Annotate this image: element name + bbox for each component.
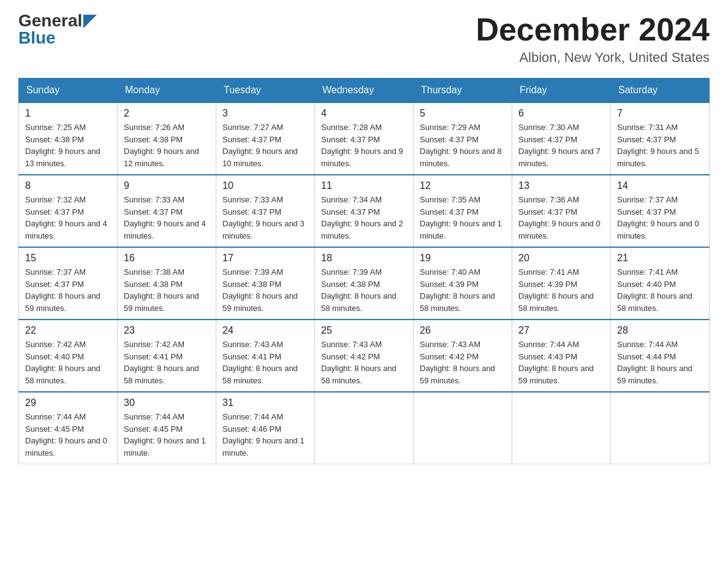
calendar-day-cell bbox=[414, 392, 512, 464]
day-number: 4 bbox=[321, 108, 407, 119]
day-number: 12 bbox=[420, 180, 506, 191]
calendar-week-row: 1 Sunrise: 7:25 AMSunset: 4:38 PMDayligh… bbox=[19, 102, 710, 175]
calendar-day-cell: 26 Sunrise: 7:43 AMSunset: 4:42 PMDaylig… bbox=[414, 320, 512, 392]
calendar-day-cell: 20 Sunrise: 7:41 AMSunset: 4:39 PMDaylig… bbox=[512, 247, 611, 320]
logo: General Blue bbox=[18, 12, 97, 47]
day-info: Sunrise: 7:41 AMSunset: 4:39 PMDaylight:… bbox=[518, 266, 604, 314]
page-header: General Blue December 2024 Albion, New Y… bbox=[18, 12, 710, 66]
day-number: 31 bbox=[222, 397, 308, 408]
day-info: Sunrise: 7:44 AMSunset: 4:45 PMDaylight:… bbox=[25, 411, 111, 459]
day-number: 14 bbox=[617, 180, 703, 191]
calendar-day-cell: 17 Sunrise: 7:39 AMSunset: 4:38 PMDaylig… bbox=[216, 247, 315, 320]
day-number: 23 bbox=[124, 325, 210, 336]
month-title: December 2024 bbox=[476, 12, 710, 47]
day-info: Sunrise: 7:43 AMSunset: 4:42 PMDaylight:… bbox=[321, 339, 407, 386]
calendar-day-cell: 7 Sunrise: 7:31 AMSunset: 4:37 PMDayligh… bbox=[611, 102, 710, 175]
day-info: Sunrise: 7:34 AMSunset: 4:37 PMDaylight:… bbox=[321, 194, 407, 242]
logo-arrow-icon bbox=[83, 15, 97, 28]
calendar-day-cell: 24 Sunrise: 7:43 AMSunset: 4:41 PMDaylig… bbox=[216, 320, 315, 392]
calendar-week-row: 8 Sunrise: 7:32 AMSunset: 4:37 PMDayligh… bbox=[19, 175, 710, 247]
day-info: Sunrise: 7:30 AMSunset: 4:37 PMDaylight:… bbox=[518, 121, 604, 169]
calendar-day-cell: 22 Sunrise: 7:42 AMSunset: 4:40 PMDaylig… bbox=[19, 320, 118, 392]
calendar-day-cell bbox=[611, 392, 710, 464]
day-info: Sunrise: 7:43 AMSunset: 4:42 PMDaylight:… bbox=[420, 339, 506, 386]
calendar-day-cell bbox=[315, 392, 414, 464]
day-of-week-header: Monday bbox=[118, 79, 216, 103]
calendar-day-cell: 16 Sunrise: 7:38 AMSunset: 4:38 PMDaylig… bbox=[118, 247, 216, 320]
calendar-week-row: 29 Sunrise: 7:44 AMSunset: 4:45 PMDaylig… bbox=[19, 392, 710, 464]
day-number: 16 bbox=[124, 253, 210, 264]
day-info: Sunrise: 7:37 AMSunset: 4:37 PMDaylight:… bbox=[25, 266, 111, 314]
calendar-day-cell: 10 Sunrise: 7:33 AMSunset: 4:37 PMDaylig… bbox=[216, 175, 315, 247]
day-info: Sunrise: 7:43 AMSunset: 4:41 PMDaylight:… bbox=[222, 339, 308, 386]
day-number: 30 bbox=[124, 397, 210, 408]
day-number: 2 bbox=[124, 108, 210, 119]
calendar-day-cell: 1 Sunrise: 7:25 AMSunset: 4:38 PMDayligh… bbox=[19, 102, 118, 175]
day-of-week-header: Wednesday bbox=[315, 79, 414, 103]
day-number: 9 bbox=[124, 180, 210, 191]
calendar-week-row: 15 Sunrise: 7:37 AMSunset: 4:37 PMDaylig… bbox=[19, 247, 710, 320]
day-info: Sunrise: 7:25 AMSunset: 4:38 PMDaylight:… bbox=[25, 121, 111, 169]
day-info: Sunrise: 7:33 AMSunset: 4:37 PMDaylight:… bbox=[124, 194, 210, 242]
day-number: 11 bbox=[321, 180, 407, 191]
calendar-header-row: SundayMondayTuesdayWednesdayThursdayFrid… bbox=[19, 79, 710, 103]
day-number: 5 bbox=[420, 108, 506, 119]
day-info: Sunrise: 7:31 AMSunset: 4:37 PMDaylight:… bbox=[617, 121, 703, 169]
day-number: 17 bbox=[222, 253, 308, 264]
day-info: Sunrise: 7:29 AMSunset: 4:37 PMDaylight:… bbox=[420, 121, 506, 169]
day-number: 10 bbox=[222, 180, 308, 191]
calendar-week-row: 22 Sunrise: 7:42 AMSunset: 4:40 PMDaylig… bbox=[19, 320, 710, 392]
calendar-day-cell: 11 Sunrise: 7:34 AMSunset: 4:37 PMDaylig… bbox=[315, 175, 414, 247]
day-info: Sunrise: 7:38 AMSunset: 4:38 PMDaylight:… bbox=[124, 266, 210, 314]
calendar-day-cell: 28 Sunrise: 7:44 AMSunset: 4:44 PMDaylig… bbox=[611, 320, 710, 392]
day-number: 29 bbox=[25, 397, 111, 408]
calendar-day-cell bbox=[512, 392, 611, 464]
day-number: 13 bbox=[518, 180, 604, 191]
day-number: 19 bbox=[420, 253, 506, 264]
calendar-day-cell: 12 Sunrise: 7:35 AMSunset: 4:37 PMDaylig… bbox=[414, 175, 512, 247]
day-info: Sunrise: 7:32 AMSunset: 4:37 PMDaylight:… bbox=[25, 194, 111, 242]
location-title: Albion, New York, United States bbox=[476, 50, 710, 66]
day-info: Sunrise: 7:26 AMSunset: 4:38 PMDaylight:… bbox=[124, 121, 210, 169]
calendar-day-cell: 19 Sunrise: 7:40 AMSunset: 4:39 PMDaylig… bbox=[414, 247, 512, 320]
day-number: 15 bbox=[25, 253, 111, 264]
day-info: Sunrise: 7:35 AMSunset: 4:37 PMDaylight:… bbox=[420, 194, 506, 242]
day-info: Sunrise: 7:44 AMSunset: 4:44 PMDaylight:… bbox=[617, 339, 703, 386]
day-number: 20 bbox=[518, 253, 604, 264]
day-info: Sunrise: 7:39 AMSunset: 4:38 PMDaylight:… bbox=[222, 266, 308, 314]
day-info: Sunrise: 7:27 AMSunset: 4:37 PMDaylight:… bbox=[222, 121, 308, 169]
day-number: 27 bbox=[518, 325, 604, 336]
day-info: Sunrise: 7:40 AMSunset: 4:39 PMDaylight:… bbox=[420, 266, 506, 314]
day-of-week-header: Saturday bbox=[611, 79, 710, 103]
day-info: Sunrise: 7:44 AMSunset: 4:45 PMDaylight:… bbox=[124, 411, 210, 459]
day-number: 18 bbox=[321, 253, 407, 264]
logo-blue-text: Blue bbox=[18, 29, 56, 47]
calendar-day-cell: 14 Sunrise: 7:37 AMSunset: 4:37 PMDaylig… bbox=[611, 175, 710, 247]
day-info: Sunrise: 7:41 AMSunset: 4:40 PMDaylight:… bbox=[617, 266, 703, 314]
day-info: Sunrise: 7:37 AMSunset: 4:37 PMDaylight:… bbox=[617, 194, 703, 242]
day-number: 7 bbox=[617, 108, 703, 119]
calendar-day-cell: 18 Sunrise: 7:39 AMSunset: 4:38 PMDaylig… bbox=[315, 247, 414, 320]
day-number: 3 bbox=[222, 108, 308, 119]
day-number: 8 bbox=[25, 180, 111, 191]
title-block: December 2024 Albion, New York, United S… bbox=[476, 12, 710, 66]
calendar-day-cell: 21 Sunrise: 7:41 AMSunset: 4:40 PMDaylig… bbox=[611, 247, 710, 320]
day-of-week-header: Thursday bbox=[414, 79, 512, 103]
calendar-day-cell: 27 Sunrise: 7:44 AMSunset: 4:43 PMDaylig… bbox=[512, 320, 611, 392]
calendar-day-cell: 30 Sunrise: 7:44 AMSunset: 4:45 PMDaylig… bbox=[118, 392, 216, 464]
day-number: 21 bbox=[617, 253, 703, 264]
calendar-day-cell: 23 Sunrise: 7:42 AMSunset: 4:41 PMDaylig… bbox=[118, 320, 216, 392]
day-number: 6 bbox=[518, 108, 604, 119]
day-of-week-header: Friday bbox=[512, 79, 611, 103]
logo-general-text: General bbox=[18, 12, 82, 29]
calendar-day-cell: 13 Sunrise: 7:36 AMSunset: 4:37 PMDaylig… bbox=[512, 175, 611, 247]
day-info: Sunrise: 7:42 AMSunset: 4:40 PMDaylight:… bbox=[25, 339, 111, 386]
day-number: 25 bbox=[321, 325, 407, 336]
day-number: 24 bbox=[222, 325, 308, 336]
day-info: Sunrise: 7:36 AMSunset: 4:37 PMDaylight:… bbox=[518, 194, 604, 242]
day-info: Sunrise: 7:42 AMSunset: 4:41 PMDaylight:… bbox=[124, 339, 210, 386]
calendar-day-cell: 15 Sunrise: 7:37 AMSunset: 4:37 PMDaylig… bbox=[19, 247, 118, 320]
day-number: 28 bbox=[617, 325, 703, 336]
day-number: 22 bbox=[25, 325, 111, 336]
day-info: Sunrise: 7:39 AMSunset: 4:38 PMDaylight:… bbox=[321, 266, 407, 314]
